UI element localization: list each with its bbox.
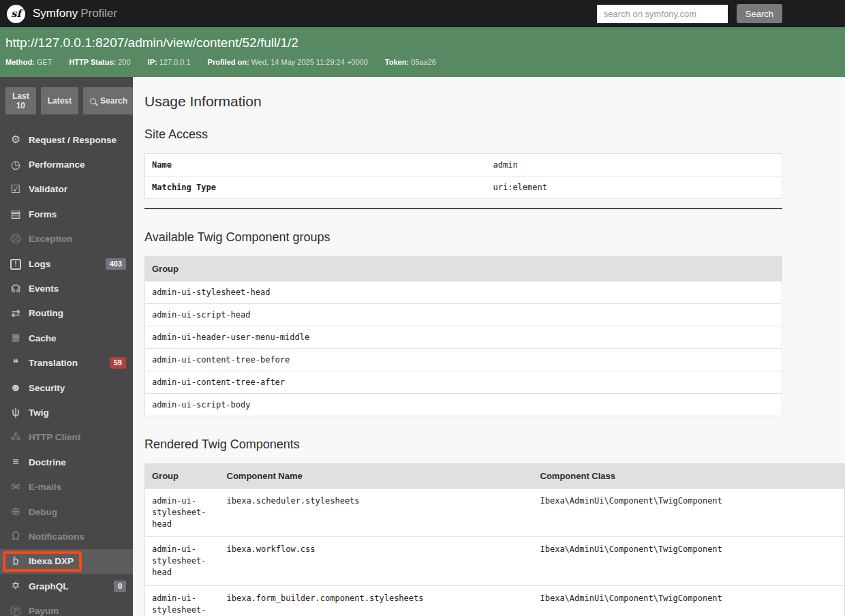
broadcast-person-icon: ☊	[7, 283, 25, 294]
sidebar-button-label: Search	[100, 96, 127, 106]
sidebar-badge: 0	[114, 581, 126, 592]
request-meta-item: Profiled on:Wed, 14 May 2025 11:29:24 +0…	[208, 58, 368, 66]
meta-label: HTTP Status:	[69, 58, 116, 66]
component-group-cell: admin-ui-stylesheet-head	[145, 537, 220, 585]
component-class-cell: Ibexa\AdminUi\Component\TwigComponent	[534, 489, 845, 537]
sidebar-item-label: Doctrine	[29, 457, 66, 467]
top-bar: sf SymfonyProfiler Search	[0, 0, 845, 27]
stopwatch-icon: ◷	[7, 159, 25, 170]
site-access-value: uri:element	[487, 176, 782, 199]
table-row: Name admin	[145, 154, 782, 176]
sidebar-item-box: ɓ Ibexa DXP	[3, 551, 82, 572]
ghost-icon: ☹	[7, 234, 25, 245]
sidebar-button[interactable]: Last 10	[5, 87, 36, 114]
twig-group-cell: admin-ui-header-user-menu-middle	[145, 326, 782, 349]
sidebar-item-label: Cache	[29, 333, 57, 343]
table-row: admin-ui-stylesheet-head	[145, 281, 782, 304]
sidebar-item-label: Payum	[29, 606, 59, 616]
sidebar-item-graphql[interactable]: ✡ GraphQL 0	[0, 574, 133, 598]
component-name-cell: ibexa.scheduler.stylesheets	[220, 489, 534, 537]
table-row: admin-ui-stylesheet-head ibexa.form_buil…	[145, 585, 845, 616]
table-row: admin-ui-stylesheet-head ibexa.workflow.…	[145, 537, 845, 585]
sidebar-item-label: Exception	[29, 234, 73, 244]
exclamation-box-icon: !	[7, 258, 25, 270]
twig-groups-heading: Available Twig Component groups	[144, 230, 845, 245]
twig-groups-table: Group admin-ui-stylesheet-head admin-ui-…	[144, 256, 782, 416]
sidebar-item-box: ❝ Translation	[3, 353, 86, 373]
payum-pin-icon: Ⓟ	[7, 606, 25, 616]
search-button[interactable]: Search	[737, 4, 782, 23]
sidebar-item-translation[interactable]: ❝ Translation 59	[0, 351, 133, 375]
meta-value: GET	[37, 58, 52, 66]
request-meta-item: Token:05aa26	[385, 58, 436, 66]
sidebar-item-routing[interactable]: ⇄ Routing	[0, 301, 133, 326]
twig-plant-icon: ψ	[7, 407, 25, 418]
sidebar-item-validator[interactable]: ☑ Validator	[0, 177, 133, 202]
sidebar-item-payum: Ⓟ Payum	[0, 598, 133, 616]
meta-value: 200	[118, 58, 130, 66]
sidebar-item-box: ⁂ HTTP Client	[3, 427, 89, 448]
sidebar-item-box: ☻ Security	[3, 378, 73, 398]
component-name-cell: ibexa.workflow.css	[220, 537, 534, 585]
profiler-panel: Usage Information Site Access Name admin…	[133, 77, 845, 616]
site-access-value: admin	[487, 154, 782, 176]
translation-icon: ❝	[7, 358, 25, 369]
meta-value: Wed, 14 May 2025 11:29:24 +0000	[251, 58, 368, 66]
sidebar-item-request-response[interactable]: ⚙ Request / Response	[0, 127, 133, 152]
sidebar-item-security[interactable]: ☻ Security	[0, 375, 133, 400]
request-summary-bar: http://127.0.0.1:8207/admin/view/content…	[0, 27, 845, 77]
sidebar-button-label: Last 10	[12, 91, 29, 110]
sidebar-button[interactable]: Latest	[41, 87, 78, 114]
meta-label: Profiled on:	[208, 58, 249, 66]
sidebar-item-box: ☑ Validator	[3, 179, 76, 200]
sidebar-item-performance[interactable]: ◷ Performance	[0, 152, 133, 176]
sidebar-item-notifications: Ω Notifications	[0, 524, 133, 549]
twig-group-cell: admin-ui-content-tree-after	[145, 371, 782, 394]
table-row: admin-ui-stylesheet-head ibexa.scheduler…	[145, 489, 845, 537]
signpost-icon: ⇄	[7, 308, 25, 319]
topbar-search: Search	[597, 4, 782, 23]
site-access-table: Name admin Matching Type uri:element	[144, 153, 782, 199]
sidebar-button[interactable]: Search	[83, 87, 133, 114]
component-name-cell: ibexa.form_builder.component.stylesheets	[220, 585, 534, 616]
sidebar-item-cache[interactable]: ≣ Cache	[0, 326, 133, 350]
component-class-cell: Ibexa\AdminUi\Component\TwigComponent	[534, 537, 845, 585]
sidebar-item-forms[interactable]: ▤ Forms	[0, 202, 133, 226]
sidebar-item-twig[interactable]: ψ Twig	[0, 400, 133, 425]
sidebar-item-events[interactable]: ☊ Events	[0, 276, 133, 301]
sidebar-item-label: Performance	[29, 159, 85, 170]
sidebar-item-box: ✉ E-mails	[3, 477, 70, 497]
twig-group-cell: admin-ui-script-body	[145, 394, 782, 416]
clipboard-icon: ▤	[7, 209, 25, 219]
sidebar-item-ibexa-dxp[interactable]: ɓ Ibexa DXP	[0, 549, 133, 574]
sidebar-item-label: Security	[29, 383, 65, 393]
sidebar-item-box: Ⓟ Payum	[3, 601, 67, 616]
sidebar-item-doctrine[interactable]: ≡ Doctrine	[0, 450, 133, 474]
sidebar-item-label: Routing	[29, 308, 63, 318]
sidebar-buttons: Last 10 Latest Search	[0, 77, 133, 121]
sidebar-item-box: ⇄ Routing	[3, 303, 72, 324]
sidebar-item-label: HTTP Client	[29, 432, 80, 442]
sidebar-item-label: Translation	[29, 358, 78, 368]
rendered-components-heading: Rendered Twig Components	[144, 437, 845, 452]
page-title: Usage Information	[144, 93, 845, 110]
sidebar-item-box: ψ Twig	[3, 402, 57, 422]
ibexa-logo-icon: ɓ	[7, 556, 25, 567]
table-row: admin-ui-script-head	[145, 304, 782, 326]
sidebar-item-label: Twig	[29, 407, 49, 418]
meta-value: 127.0.0.1	[159, 58, 191, 66]
table-row: Matching Type uri:element	[145, 176, 782, 199]
sidebar-item-logs[interactable]: ! Logs 403	[0, 251, 133, 276]
symfony-logo-icon: sf	[7, 5, 25, 23]
component-group-cell: admin-ui-stylesheet-head	[145, 489, 220, 537]
sidebar-item-exception: ☹ Exception	[0, 227, 133, 251]
brand-name: Symfony	[33, 7, 78, 20]
twig-group-cell: admin-ui-script-head	[145, 304, 782, 326]
search-input[interactable]	[597, 5, 728, 23]
request-url-link[interactable]: http://127.0.0.1:8207/admin/view/content…	[5, 35, 840, 50]
graphql-logo-icon: ✡	[7, 581, 25, 591]
sidebar-item-box: Ω Notifications	[3, 526, 93, 546]
column-header-group: Group	[145, 464, 220, 489]
sidebar-badge: 403	[106, 258, 126, 270]
sidebar-item-box: ⊕ Debug	[3, 502, 65, 522]
